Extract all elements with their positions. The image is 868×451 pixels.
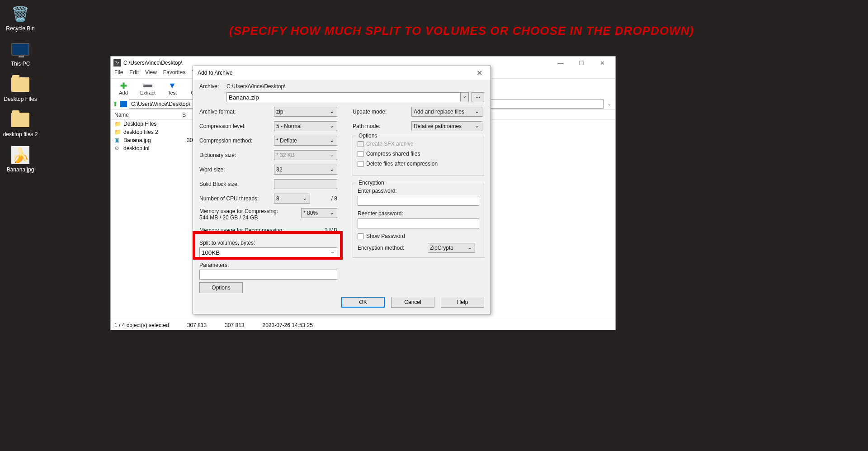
cpu-label: Number of CPU threads: (199, 195, 274, 202)
desktop-files-label: Desktop FIles (2, 96, 38, 102)
split-label: Split to volumes, bytes: (199, 240, 337, 246)
show-password-checkbox[interactable]: Show Password (358, 233, 479, 239)
options-fieldset: Options Create SFX archive Compress shar… (353, 136, 484, 176)
status-selected: 1 / 4 object(s) selected (114, 322, 169, 328)
cancel-button[interactable]: Cancel (391, 297, 434, 308)
minimize-button[interactable]: — (550, 57, 571, 69)
this-pc-icon[interactable]: This PC (2, 40, 38, 67)
this-pc-label: This PC (2, 61, 38, 67)
status-size1: 307 813 (187, 322, 207, 328)
ini-icon: ⚙ (114, 145, 122, 152)
encryption-fieldset: Encryption Enter password: Reenter passw… (353, 183, 484, 258)
status-date: 2023-07-26 14:53:25 (263, 322, 313, 328)
update-select[interactable]: Add and replace files (411, 107, 482, 117)
memc-sub: 544 MB / 20 GB / 24 GB (199, 214, 258, 221)
close-button[interactable]: ✕ (592, 57, 613, 69)
folder-icon: 📁 (114, 129, 122, 135)
encmethod-label: Encryption method: (358, 245, 428, 251)
menu-file[interactable]: File (114, 69, 123, 78)
archive-name-input[interactable] (226, 92, 461, 102)
memd-label: Memory usage for Decompressing: (199, 227, 299, 233)
recycle-bin-icon[interactable]: 🗑️ Recycle Bin (2, 5, 38, 32)
status-size2: 307 813 (225, 322, 244, 328)
format-select[interactable]: zip (274, 107, 337, 117)
recycle-bin-label: Recycle Bin (2, 25, 38, 32)
encryption-legend: Encryption (357, 180, 386, 186)
split-volumes-input[interactable] (199, 247, 337, 257)
desktop-icons: 🗑️ Recycle Bin This PC Desktop FIles des… (2, 5, 43, 181)
dropdown-icon[interactable]: ⌄ (461, 92, 469, 102)
level-label: Compression level: (199, 123, 274, 129)
test-button[interactable]: ▼Test (162, 81, 182, 95)
extract-button[interactable]: ➖Extract (138, 81, 158, 95)
path-label: Path mode: (353, 123, 411, 129)
memc-label: Memory usage for Compressing: (199, 208, 278, 214)
password-input[interactable] (358, 196, 479, 206)
method-label: Compression method: (199, 138, 274, 144)
annotation-text: (SPECIFY HOW MUCH SPLIT TO VOLUMES OR CH… (132, 24, 791, 38)
delete-checkbox[interactable]: Delete files after compression (358, 161, 479, 167)
password-label: Enter password: (358, 188, 479, 194)
col-name[interactable]: Name (114, 112, 182, 118)
dict-label: Dictionary size: (199, 152, 274, 158)
cpu-max: / 8 (331, 195, 337, 202)
shared-checkbox[interactable]: Compress shared files (358, 151, 479, 157)
window-title: C:\Users\Vince\Desktop\ (123, 60, 183, 66)
dialog-title: Add to Archive (198, 70, 232, 76)
memc-select[interactable]: * 80% (301, 208, 337, 218)
repassword-input[interactable] (358, 218, 479, 228)
pc-icon[interactable] (120, 101, 127, 107)
params-label: Parameters: (199, 262, 337, 268)
menu-view[interactable]: View (145, 69, 157, 78)
cpu-select[interactable]: 8 (274, 194, 310, 204)
maximize-button[interactable]: ☐ (571, 57, 592, 69)
menu-favorites[interactable]: Favorites (163, 69, 185, 78)
update-label: Update mode: (353, 109, 411, 115)
solid-label: Solid Block size: (199, 181, 274, 187)
word-select[interactable]: 32 (274, 165, 337, 175)
add-button[interactable]: ✚Add (113, 81, 133, 95)
sfx-checkbox: Create SFX archive (358, 141, 479, 147)
desktop-files-2-icon[interactable]: desktop files 2 (2, 110, 38, 138)
ok-button[interactable]: OK (341, 297, 385, 308)
banana-jpg-label: Banana.jpg (2, 166, 38, 173)
desktop-files-icon[interactable]: Desktop FIles (2, 75, 38, 102)
repassword-label: Reenter password: (358, 210, 479, 217)
params-input[interactable] (199, 270, 337, 280)
address-dropdown-icon[interactable]: ⌄ (605, 101, 613, 106)
image-icon: ▣ (114, 137, 122, 143)
memd-value: 2 MB (325, 227, 337, 233)
method-select[interactable]: * Deflate (274, 136, 337, 146)
dict-select[interactable]: * 32 KB (274, 150, 337, 160)
menu-edit[interactable]: Edit (129, 69, 139, 78)
dialog-titlebar: Add to Archive ✕ (193, 66, 491, 80)
word-label: Word size: (199, 166, 274, 173)
add-to-archive-dialog: Add to Archive ✕ Archive: C:\Users\Vince… (193, 66, 491, 314)
encmethod-select[interactable]: ZipCrypto (428, 243, 475, 253)
app-icon: 7z (113, 59, 121, 66)
status-bar: 1 / 4 object(s) selected 307 813 307 813… (111, 320, 615, 330)
level-select[interactable]: 5 - Normal (274, 121, 337, 131)
up-icon[interactable]: ⬆ (113, 100, 118, 108)
path-select[interactable]: Relative pathnames (411, 121, 482, 131)
archive-label: Archive: (199, 83, 226, 90)
archive-path: C:\Users\Vince\Desktop\ (226, 83, 484, 90)
banana-jpg-icon[interactable]: 🍌 Banana.jpg (2, 146, 38, 173)
help-button[interactable]: Help (441, 297, 484, 308)
browse-button[interactable]: ... (472, 92, 484, 102)
col-size[interactable]: S (182, 112, 186, 118)
folder-icon: 📁 (114, 121, 122, 127)
desktop-files-2-label: desktop files 2 (2, 131, 38, 138)
options-button[interactable]: Options (199, 282, 243, 293)
solid-select (274, 179, 337, 189)
split-dropdown-icon[interactable]: ⌄ (330, 249, 335, 255)
options-legend: Options (357, 133, 379, 139)
format-label: Archive format: (199, 109, 274, 115)
dialog-close-button[interactable]: ✕ (473, 69, 486, 77)
